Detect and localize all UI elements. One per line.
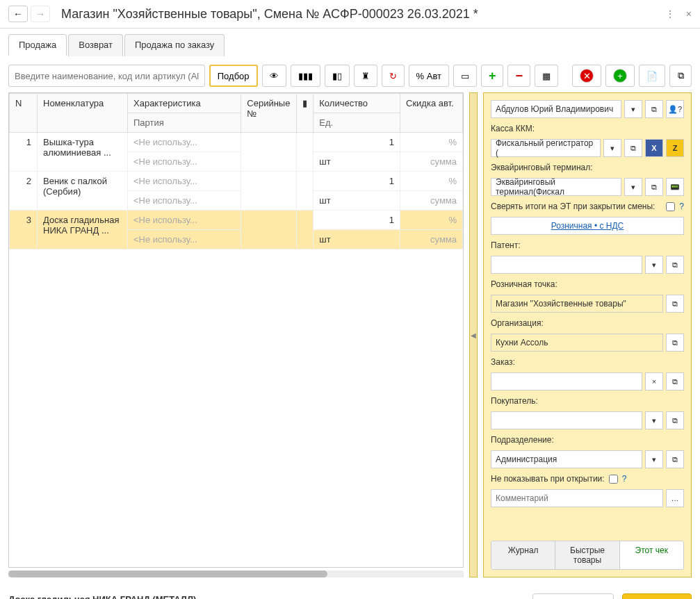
stamp-icon[interactable]: ♜ [354,65,377,87]
col-unit: Ед. [314,113,400,133]
col-party: Партия [128,113,241,133]
cashier-select[interactable]: Абдулов Юрий Владимирович [491,100,621,118]
user-help-icon[interactable]: 👤? [666,100,684,118]
dropdown-icon[interactable]: ▾ [624,178,642,196]
open-icon[interactable]: ⧉ [645,178,663,196]
table-row[interactable]: 1 Вышка-тура алюминиевая ... <Не использ… [10,133,463,152]
col-characteristic: Характеристика [128,94,241,113]
search-box[interactable] [8,65,205,87]
open-icon[interactable]: ⧉ [666,411,684,429]
main-tabs: Продажа Возврат Продажа по заказу [0,28,700,56]
z-report-icon[interactable]: Z [666,139,684,157]
side-tab-fast-goods[interactable]: Быстрые товары [555,541,619,569]
col-flag-icon: ▮ [297,94,314,133]
patent-label: Патент: [491,240,684,250]
side-panel-toggle[interactable]: ◀ [469,92,478,577]
help-icon[interactable]: ? [622,474,627,484]
calculator-icon[interactable]: ▦ [535,65,558,87]
tab-sale[interactable]: Продажа [8,34,67,56]
pct-avt-button[interactable]: % Авт [409,65,449,87]
org-label: Организация: [491,318,684,328]
tab-return[interactable]: Возврат [68,34,123,56]
barcode-icon[interactable]: ▮▮▮ [291,65,320,87]
tab-sale-by-order[interactable]: Продажа по заказу [124,34,225,56]
dropdown-icon[interactable]: ▾ [645,256,663,274]
more-icon[interactable]: … [666,489,684,507]
retail-point-field[interactable]: Магазин "Хозяйственные товары" [491,295,663,313]
search-input[interactable] [15,71,199,81]
menu-icon[interactable]: ⋮ [665,8,675,19]
delete-icon[interactable]: ✕ [572,65,601,87]
point-label: Розничная точка: [491,279,684,289]
popout-icon[interactable]: ⧉ [669,65,692,87]
open-icon[interactable]: ⧉ [666,372,684,391]
verify-checkbox[interactable] [666,202,675,211]
remove-row-button[interactable]: − [507,65,530,87]
kkm-label: Касса ККМ: [491,124,684,133]
buyer-label: Покупатель: [491,396,684,406]
card-icon[interactable]: ▭ [453,65,477,87]
col-quantity: Количество [314,94,400,113]
retail-mode-link[interactable]: Розничная • с НДС [491,217,684,235]
prepayment-button[interactable]: Предоплата [532,593,614,599]
x-report-icon[interactable]: X [645,139,663,157]
dept-label: Подразделение: [491,435,684,445]
col-serial: Серийные № [241,94,297,133]
verify-label: Сверять итоги на ЭТ при закрытии смены: [491,202,662,211]
buyer-select[interactable] [491,411,642,429]
dept-select[interactable]: Администрация [491,450,642,468]
organization-field[interactable]: Кухни Ассоль [491,334,663,352]
table-row[interactable]: 3 Доска гладильная НИКА ГРАНД ... <Не ис… [10,211,463,230]
acq-label: Эквайринговый терминал: [491,163,684,172]
order-label: Заказ: [491,357,684,367]
clear-icon[interactable]: × [645,372,663,391]
open-icon[interactable]: ⧉ [666,450,684,468]
comment-input[interactable] [491,489,663,507]
dropdown-icon[interactable]: ▾ [645,411,663,429]
add-icon[interactable]: + [605,65,635,87]
hide-on-open-checkbox[interactable] [609,475,618,484]
window-title: Магазин "Хозяйственные товары", Смена № … [61,7,665,22]
payment-button[interactable]: Оплата (Ctrl+Enter) [622,593,692,599]
side-tab-journal[interactable]: Журнал [491,541,555,569]
dropdown-icon[interactable]: ▾ [624,100,642,118]
selected-item-name: Доска гладильная НИКА ГРАНД (МЕТАЛЛ) [8,594,524,599]
eye-icon[interactable]: 👁 [262,65,286,87]
add-row-button[interactable]: + [481,65,504,87]
help-icon[interactable]: ? [679,202,684,211]
col-discount-auto: Скидка авт. [400,94,463,133]
acq-select[interactable]: Эквайринговый терминал(Фискал [491,178,621,196]
open-icon[interactable]: ⧉ [666,334,684,352]
kkm-select[interactable]: Фискальный регистратор ( [491,139,601,157]
open-icon[interactable]: ⧉ [666,256,684,274]
scan-icon[interactable]: ▮▯ [325,65,350,87]
col-n: N [10,94,38,133]
table-row[interactable]: 2 Веник с палкой (Сербия) <Не использу..… [10,172,463,191]
open-icon[interactable]: ⧉ [645,100,663,118]
col-nomenclature: Номенклатура [38,94,128,133]
podbor-button[interactable]: Подбор [209,65,258,87]
forward-button[interactable]: → [31,6,50,22]
dropdown-icon[interactable]: ▾ [645,450,663,468]
open-icon[interactable]: ⧉ [624,139,642,157]
patent-select[interactable] [491,256,642,274]
refresh-icon[interactable]: ↻ [382,65,405,87]
open-icon[interactable]: ⧉ [666,295,684,313]
hide-label: Не показывать при открытии: [491,474,605,484]
side-panel: Абдулов Юрий Владимирович ▾ ⧉ 👤? Касса К… [483,92,692,577]
dropdown-icon[interactable]: ▾ [603,139,621,157]
export-icon[interactable]: 📄 [639,65,665,87]
close-icon[interactable]: × [686,8,692,19]
horizontal-scrollbar[interactable] [8,571,464,577]
back-button[interactable]: ← [8,6,28,22]
terminal-icon[interactable]: 📟 [666,178,684,196]
items-table[interactable]: N Номенклатура Характеристика Серийные №… [8,92,464,568]
order-field[interactable] [491,372,642,391]
side-tab-this-check[interactable]: Этот чек [620,541,683,569]
